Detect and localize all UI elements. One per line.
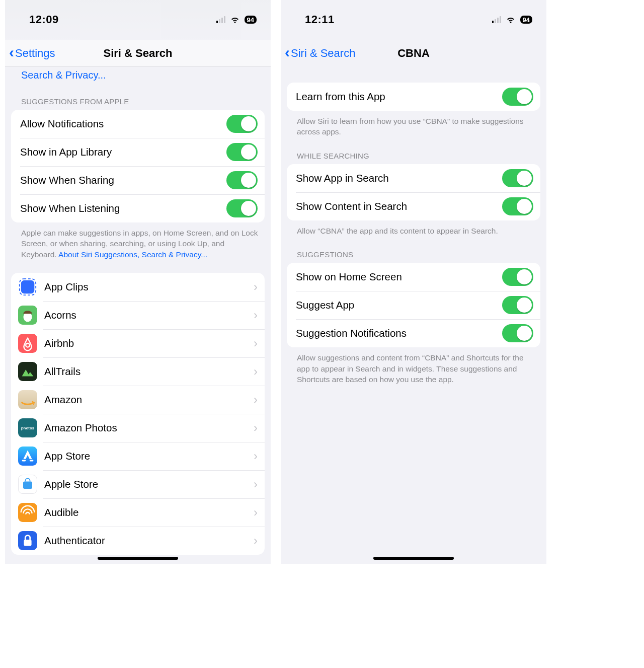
toggle-show-in-app-library[interactable] <box>226 143 258 161</box>
suggestions-header: SUGGESTIONS <box>281 238 546 263</box>
status-icons: 94 <box>492 11 532 25</box>
row-show-when-sharing[interactable]: Show When Sharing <box>11 166 265 194</box>
app-row-auth[interactable]: Authenticator› <box>11 527 265 555</box>
wifi-icon <box>505 14 516 25</box>
app-label: Acorns <box>44 309 250 321</box>
app-label: Airbnb <box>44 337 250 349</box>
app-label: App Store <box>44 450 250 462</box>
app-row-appclips[interactable]: App Clips› <box>11 273 265 301</box>
auth-icon <box>18 531 37 550</box>
home-indicator[interactable] <box>373 557 454 560</box>
back-label: Siri & Search <box>291 47 355 60</box>
home-indicator[interactable] <box>98 557 178 560</box>
row-label: Learn from this App <box>296 91 502 103</box>
row-allow-notifications[interactable]: Allow Notifications <box>11 110 265 138</box>
acorns-icon <box>18 306 37 325</box>
suggestions-from-apple-header: SUGGESTIONS FROM APPLE <box>5 85 271 110</box>
row-suggest-app[interactable]: Suggest App <box>287 291 540 319</box>
row-label: Show in App Library <box>20 146 226 158</box>
chevron-right-icon: › <box>250 336 258 350</box>
app-row-amazon[interactable]: Amazon› <box>11 386 265 414</box>
app-row-applestore[interactable]: Apple Store› <box>11 470 265 498</box>
row-show-app-library[interactable]: Show in App Library <box>11 138 265 166</box>
cellular-signal-icon <box>216 16 225 23</box>
appstore-icon <box>18 447 37 466</box>
chevron-right-icon: › <box>250 534 258 548</box>
row-label: Suggest App <box>296 299 502 311</box>
toggle-show-when-sharing[interactable] <box>226 171 258 189</box>
chevron-right-icon: › <box>250 421 258 435</box>
chevron-right-icon: › <box>250 477 258 491</box>
applestore-icon <box>18 475 37 494</box>
nav-header: ‹Settings Siri & Search <box>5 40 271 66</box>
status-bar: 12:09 94 <box>5 0 271 36</box>
suggestions-footer: Allow suggestions and content from “CBNA… <box>281 347 546 387</box>
app-label: AllTrails <box>44 365 250 378</box>
row-label: Allow Notifications <box>20 118 226 130</box>
app-row-airbnb[interactable]: Airbnb› <box>11 329 265 357</box>
app-label: Amazon Photos <box>44 422 250 434</box>
app-label: Amazon <box>44 394 250 406</box>
row-show-content-in-search[interactable]: Show Content in Search <box>287 192 540 220</box>
learn-footer: Allow Siri to learn from how you use “CB… <box>281 111 546 139</box>
row-label: Show on Home Screen <box>296 271 502 283</box>
chevron-right-icon: › <box>250 393 258 407</box>
svg-point-3 <box>26 343 30 347</box>
about-siri-suggestions-link[interactable]: About Siri Suggestions, Search & Privacy… <box>58 250 207 259</box>
battery-badge: 94 <box>520 16 532 24</box>
back-label: Settings <box>15 47 55 60</box>
toggle-suggest-app[interactable] <box>502 296 533 314</box>
row-label: Show App in Search <box>296 172 502 184</box>
row-show-app-in-search[interactable]: Show App in Search <box>287 164 540 192</box>
svg-rect-5 <box>30 460 34 462</box>
back-button[interactable]: ‹Siri & Search <box>285 46 355 61</box>
toggle-show-content-in-search[interactable] <box>502 197 533 215</box>
svg-rect-6 <box>23 482 32 489</box>
search-footer: Allow “CBNA” the app and its content to … <box>281 220 546 238</box>
battery-badge: 94 <box>245 16 257 24</box>
row-suggestion-notifications[interactable]: Suggestion Notifications <box>287 319 540 347</box>
airbnb-icon <box>18 334 37 353</box>
alltrails-icon <box>18 362 37 381</box>
about-privacy-link-top[interactable]: Search & Privacy... <box>5 66 271 85</box>
app-row-acorns[interactable]: Acorns› <box>11 301 265 329</box>
row-label: Suggestion Notifications <box>296 327 502 339</box>
cellular-signal-icon <box>492 16 501 23</box>
apps-group: App Clips›Acorns›Airbnb›AllTrails›Amazon… <box>11 273 265 555</box>
chevron-right-icon: › <box>250 505 258 519</box>
app-label: Apple Store <box>44 478 250 490</box>
app-row-audible[interactable]: Audible› <box>11 498 265 527</box>
chevron-right-icon: › <box>250 280 258 294</box>
svg-rect-4 <box>22 460 26 462</box>
row-label: Show When Sharing <box>20 174 226 186</box>
app-row-alltrails[interactable]: AllTrails› <box>11 357 265 386</box>
back-button[interactable]: ‹Settings <box>9 46 55 61</box>
suggestions-toggle-group: Allow Notifications Show in App Library … <box>11 110 265 222</box>
toggle-show-app-in-search[interactable] <box>502 169 533 187</box>
chevron-left-icon: ‹ <box>285 44 290 61</box>
app-label: App Clips <box>44 281 250 293</box>
app-label: Audible <box>44 506 250 518</box>
toggle-allow-notifications[interactable] <box>226 115 258 133</box>
row-label: Show Content in Search <box>296 200 502 212</box>
chevron-left-icon: ‹ <box>9 44 14 61</box>
app-row-amazonphotos[interactable]: photosAmazon Photos› <box>11 414 265 442</box>
row-label: Show When Listening <box>20 202 226 214</box>
svg-rect-0 <box>21 280 35 294</box>
learn-group: Learn from this App <box>287 83 540 111</box>
screenshot-siri-search: 12:09 94 ‹Settings Siri & Search Search … <box>5 0 271 564</box>
row-show-when-listening[interactable]: Show When Listening <box>11 194 265 222</box>
status-bar: 12:11 94 <box>281 0 546 36</box>
search-group: Show App in Search Show Content in Searc… <box>287 164 540 220</box>
toggle-show-when-listening[interactable] <box>226 199 258 217</box>
app-row-appstore[interactable]: App Store› <box>11 442 265 470</box>
toggle-learn-from-app[interactable] <box>502 88 533 106</box>
chevron-right-icon: › <box>250 449 258 463</box>
toggle-suggestion-notifications[interactable] <box>502 324 533 342</box>
chevron-right-icon: › <box>250 364 258 379</box>
row-learn-from-app[interactable]: Learn from this App <box>287 83 540 111</box>
svg-rect-7 <box>24 540 31 546</box>
toggle-show-on-home-screen[interactable] <box>502 268 533 286</box>
status-time: 12:09 <box>29 10 59 26</box>
row-show-on-home-screen[interactable]: Show on Home Screen <box>287 263 540 291</box>
